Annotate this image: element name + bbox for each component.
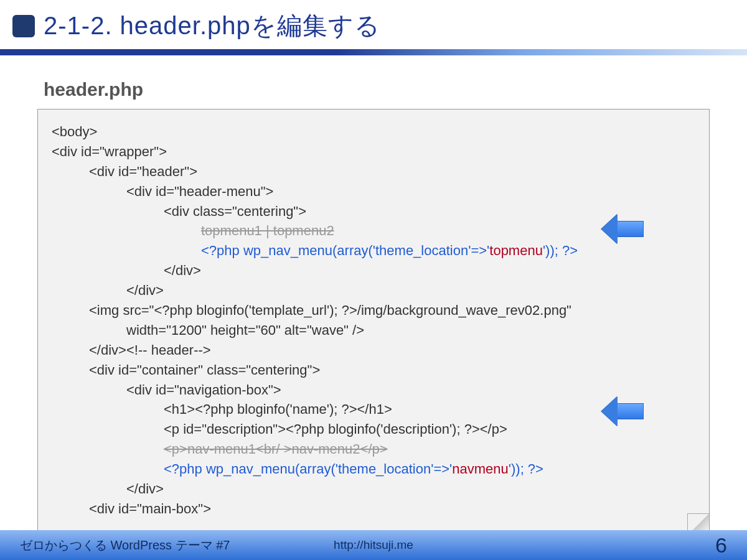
code-span-blue: <?php wp_nav_menu(array('theme_location'… — [164, 461, 452, 477]
code-line: <body> — [52, 122, 695, 142]
code-line: <div id="header-menu"> — [52, 182, 695, 202]
code-line: <div id="main-box"> — [52, 499, 695, 519]
code-line: </div> — [52, 261, 695, 281]
slide-title: 2-1-2. header.phpを編集する — [44, 9, 380, 43]
code-block-wrap: <body> <div id="wrapper"> <div id="heade… — [37, 109, 710, 536]
code-filename-subhead: header.php — [44, 79, 747, 100]
code-line: </div> — [52, 281, 695, 301]
code-line: </div> — [52, 479, 695, 499]
code-line: </div><!-- header--> — [52, 340, 695, 360]
code-line: <div id="container" class="centering"> — [52, 360, 695, 380]
title-bullet-icon — [12, 15, 35, 37]
code-line: <div id="navigation-box"> — [52, 380, 695, 400]
code-line: <p id="description"><?php bloginfo('desc… — [52, 419, 695, 439]
code-line: <div id="header"> — [52, 162, 695, 182]
code-line: <h1><?php bloginfo('name'); ?></h1> — [52, 399, 695, 419]
title-underline — [0, 49, 747, 55]
arrow-head-icon — [601, 396, 618, 426]
arrow-left-icon — [601, 214, 644, 244]
arrow-head-icon — [601, 214, 618, 244]
code-block: <body> <div id="wrapper"> <div id="heade… — [37, 109, 710, 536]
code-span-red: topmenu — [489, 243, 543, 258]
code-span-blue: ')); ?> — [509, 461, 543, 477]
code-line-removed: topmenu1 | topmenu2 — [52, 221, 695, 241]
code-line: width="1200" height="60" alt="wave" /> — [52, 320, 695, 340]
code-span-red: navmenu — [452, 461, 509, 477]
code-line: <div id="wrapper"> — [52, 142, 695, 162]
code-line: <img src="<?php bloginfo('template_url')… — [52, 301, 695, 320]
arrow-left-icon — [601, 396, 644, 426]
code-span-blue: <?php wp_nav_menu(array('theme_location'… — [201, 243, 489, 258]
page-number: 6 — [715, 533, 727, 558]
title-row: 2-1-2. header.phpを編集する — [0, 0, 747, 43]
code-line-added: <?php wp_nav_menu(array('theme_location'… — [52, 459, 695, 479]
footer-series-title: ゼロからつくる WordPress テーマ #7 — [20, 537, 230, 554]
code-line-added: <?php wp_nav_menu(array('theme_location'… — [52, 241, 695, 261]
arrow-shaft-icon — [618, 221, 644, 237]
slide: 2-1-2. header.phpを編集する header.php <body>… — [0, 0, 747, 560]
footer-url: http://hitsuji.me — [334, 538, 413, 552]
code-line-removed: <p>nav-menu1<br/ >nav-menu2</p> — [52, 439, 695, 459]
code-span-blue: ')); ?> — [543, 243, 578, 258]
footer: ゼロからつくる WordPress テーマ #7 http://hitsuji.… — [0, 530, 747, 560]
arrow-shaft-icon — [618, 403, 644, 419]
code-line: <div class="centering"> — [52, 202, 695, 222]
